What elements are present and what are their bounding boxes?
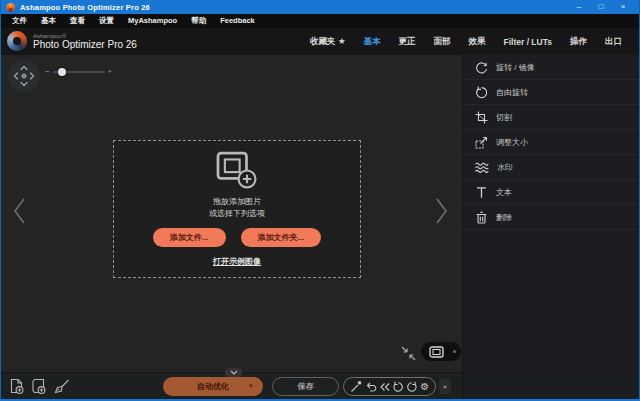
sidebar-item-label: 旋转 / 镜像: [496, 62, 535, 73]
previous-image-button[interactable]: [11, 197, 27, 225]
crop-icon: [475, 111, 488, 124]
sidebar-item-label: 文本: [496, 187, 512, 198]
close-button[interactable]: ×: [612, 0, 634, 14]
menu-help[interactable]: 帮助: [184, 14, 213, 28]
zoom-track[interactable]: [53, 71, 105, 73]
window-controls: – □ ×: [568, 0, 634, 14]
add-folder-button[interactable]: 添加文件夹...: [241, 228, 322, 247]
rotate-left-icon[interactable]: [392, 381, 404, 393]
menubar: 文件 基本 查看 设置 MyAshampoo 帮助 Feedback: [1, 14, 639, 28]
rotate-right-icon[interactable]: [406, 381, 418, 393]
chevron-down-icon: [230, 370, 238, 375]
app-icon: [6, 3, 15, 12]
maximize-button[interactable]: □: [590, 0, 612, 14]
header: Ashampoo® Photo Optimizer Pro 26 收藏夹 ★ 基…: [1, 28, 639, 55]
tab-filter-luts[interactable]: Filter / LUTs: [495, 34, 562, 50]
tab-favorites[interactable]: 收藏夹 ★: [301, 33, 354, 51]
add-folder-icon[interactable]: [31, 378, 47, 395]
sidebar-item-label: 切割: [496, 112, 512, 123]
sidebar-item-text[interactable]: 文本: [463, 180, 640, 205]
monitor-icon: [429, 346, 444, 358]
pan-control[interactable]: [7, 59, 41, 93]
ashampoo-logo-icon: [7, 31, 27, 51]
dropzone-line2: 或选择下列选项: [209, 208, 265, 220]
settings-gear-icon[interactable]: ⚙: [420, 382, 429, 392]
resize-icon: [475, 136, 488, 149]
tools-sidebar: 旋转 / 镜像 自由旋转 切割: [462, 55, 640, 399]
ribbon-tabs: 收藏夹 ★ 基本 更正 面部 效果 Filter / LUTs 操作 出口: [301, 33, 631, 51]
sidebar-item-crop[interactable]: 切割: [463, 105, 640, 130]
tab-basic[interactable]: 基本: [355, 33, 390, 51]
sidebar-item-watermark[interactable]: 水印: [463, 155, 640, 180]
zoom-in-icon[interactable]: +: [108, 68, 112, 75]
display-mode-more-icon: [453, 350, 456, 353]
magic-wand-icon[interactable]: [350, 380, 363, 393]
chevron-left-icon: [11, 197, 27, 225]
window-title: Ashampoo Photo Optimizer Pro 26: [20, 3, 150, 12]
minimize-button[interactable]: –: [568, 0, 590, 14]
auto-optimize-caret-icon[interactable]: ▾: [249, 382, 253, 390]
dropzone-line1: 拖放添加图片: [209, 196, 265, 208]
delete-trash-icon: [475, 211, 488, 224]
brand-title-text: Photo Optimizer Pro 26: [33, 39, 137, 50]
sidebar-item-rotate-mirror[interactable]: 旋转 / 镜像: [463, 55, 640, 80]
add-image-icon: [215, 151, 259, 189]
chevron-right-icon: [434, 197, 450, 225]
bottom-toolbar: 自动优化 ▾ 保存: [1, 372, 462, 399]
titlebar: Ashampoo Photo Optimizer Pro 26 – □ ×: [1, 0, 639, 14]
sidebar-item-delete[interactable]: 删除: [463, 205, 640, 230]
free-rotate-icon: [475, 86, 488, 99]
sidebar-item-resize[interactable]: 调整大小: [463, 130, 640, 155]
menu-settings[interactable]: 设置: [92, 14, 121, 28]
quick-tools-more-button[interactable]: ▾: [439, 379, 451, 394]
tab-face[interactable]: 面部: [425, 33, 460, 51]
sidebar-item-free-rotate[interactable]: 自由旋转: [463, 80, 640, 105]
tab-actions[interactable]: 操作: [561, 33, 596, 51]
dropzone[interactable]: 拖放添加图片 或选择下列选项 添加文件... 添加文件夹... 打开示例图像: [113, 140, 361, 278]
menu-basic[interactable]: 基本: [34, 14, 63, 28]
sidebar-item-label: 删除: [496, 212, 512, 223]
menu-myashampoo[interactable]: MyAshampoo: [121, 14, 184, 28]
quick-tools-group: ⚙: [343, 377, 436, 396]
tab-effects[interactable]: 效果: [460, 33, 495, 51]
clear-list-broom-icon[interactable]: [53, 379, 70, 395]
zoom-out-icon[interactable]: −: [45, 67, 50, 76]
pan-dpad-icon: [7, 59, 41, 93]
sidebar-item-label: 自由旋转: [496, 87, 528, 98]
tab-correct[interactable]: 更正: [390, 33, 425, 51]
menu-view[interactable]: 查看: [63, 14, 92, 28]
rotate-mirror-icon: [475, 61, 488, 74]
zoom-slider[interactable]: − +: [45, 67, 112, 76]
app-window: Ashampoo Photo Optimizer Pro 26 – □ × 文件…: [0, 0, 640, 401]
sidebar-item-label: 调整大小: [496, 137, 528, 148]
save-button[interactable]: 保存: [272, 377, 339, 396]
add-files-button[interactable]: 添加文件...: [153, 228, 226, 247]
undo-icon[interactable]: [365, 381, 377, 393]
panel-collapse-handle[interactable]: [225, 368, 242, 377]
watermark-icon: [475, 161, 489, 174]
menu-file[interactable]: 文件: [5, 14, 34, 28]
open-sample-link[interactable]: 打开示例图像: [213, 256, 261, 267]
next-image-button[interactable]: [434, 197, 450, 225]
image-canvas: − + 拖放添加图片 或选择下列选项 添加文件...: [1, 55, 462, 399]
fit-view-button[interactable]: [401, 346, 416, 361]
collapse-arrows-icon: [401, 346, 416, 361]
text-icon: [475, 186, 488, 199]
tab-export[interactable]: 出口: [596, 33, 631, 51]
sidebar-item-label: 水印: [497, 162, 513, 173]
undo-all-icon[interactable]: [379, 381, 391, 393]
auto-optimize-button[interactable]: 自动优化: [163, 377, 263, 396]
zoom-thumb[interactable]: [58, 68, 66, 76]
brand: Ashampoo® Photo Optimizer Pro 26: [7, 31, 137, 51]
add-file-icon[interactable]: [9, 378, 25, 395]
display-mode-button[interactable]: [421, 342, 461, 361]
menu-feedback[interactable]: Feedback: [213, 14, 262, 28]
